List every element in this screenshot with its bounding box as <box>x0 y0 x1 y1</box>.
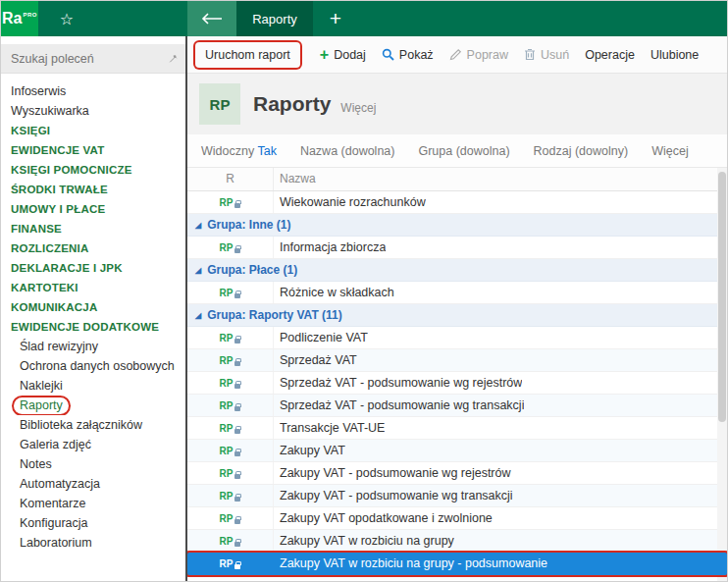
filter-more-link[interactable]: Więcej <box>651 144 689 158</box>
sidebar-item-raporty[interactable]: Raporty <box>1 396 185 415</box>
report-icon-cell: RP <box>187 462 274 484</box>
app-logo-pro-label: PRO <box>23 12 37 18</box>
sidebar-item-label: ŚRODKI TRWAŁE <box>11 184 108 195</box>
command-search-box[interactable] <box>1 44 185 74</box>
table-row-zakupy-vat-w-rozbiciu-na-grupy-podsumowanie[interactable]: RPZakupy VAT w rozbiciu na grupy - podsu… <box>187 553 727 575</box>
group-label: Grupa: Płace (1) <box>207 263 297 277</box>
sidebar-item-finanse[interactable]: FINANSE <box>1 219 185 238</box>
sidebar-item-ksiegi-pomocnicze[interactable]: KSIĘGI POMOCNICZE <box>1 160 185 180</box>
sidebar-item-automatyzacja[interactable]: Automatyzacja <box>1 474 185 494</box>
table-row-zakupy-vat-w-rozbiciu-na-grupy[interactable]: RPZakupy VAT w rozbiciu na grupy <box>187 530 727 553</box>
lock-icon <box>234 564 240 569</box>
lock-icon <box>234 542 240 547</box>
lock-icon <box>234 248 240 253</box>
table-row-informacja-zbiorcza[interactable]: RPInformacja zbiorcza <box>187 237 727 259</box>
report-icon-cell: RP <box>187 440 274 461</box>
group-row-grupa-inne-1[interactable]: ◢Grupa: Inne (1) <box>187 214 727 237</box>
sidebar-item-rozliczenia[interactable]: ROZLICZENIA <box>1 238 185 258</box>
filter-name[interactable]: Nazwa (dowolna) <box>300 144 395 158</box>
sidebar-item-srodki-trwale[interactable]: ŚRODKI TRWAŁE <box>1 180 185 199</box>
table-row-zakupy-vat-podsumowanie-wg-transakcji[interactable]: RPZakupy VAT - podsumowanie wg transakcj… <box>187 485 727 507</box>
app-logo[interactable]: Ra PRO <box>1 1 38 36</box>
sidebar-item-kartoteki[interactable]: KARTOTEKI <box>1 278 185 297</box>
title-bar: Ra PRO ☆ Raporty + <box>1 1 727 36</box>
table-row-roznice-w-skladkach[interactable]: RPRóżnice w składkach <box>187 282 727 304</box>
sidebar-item-label: Ślad rewizyjny <box>20 340 98 353</box>
table-row-sprzedaz-vat-podsumowanie-wg-rejestrow[interactable]: RPSprzedaż VAT - podsumowanie wg rejestr… <box>187 372 727 395</box>
sidebar-item-ewidencje-dodatkowe[interactable]: EWIDENCJE DODATKOWE <box>1 317 185 337</box>
table-row-podliczenie-vat[interactable]: RPPodliczenie VAT <box>187 327 727 349</box>
sidebar-item-galeria-zdjec[interactable]: Galeria zdjęć <box>1 435 185 454</box>
collapse-triangle-icon[interactable]: ◢ <box>195 266 201 275</box>
sidebar-item-wyszukiwarka[interactable]: Wyszukiwarka <box>1 101 185 121</box>
report-icon-cell: RP <box>187 395 274 416</box>
report-icon-cell: RP <box>187 485 274 506</box>
filter-bar: Widoczny Tak Nazwa (dowolna) Grupa (dowo… <box>187 134 727 168</box>
table-row-wiekowanie-rozrachunkow[interactable]: RPWiekowanie rozrachunków <box>187 191 727 214</box>
tab-raporty[interactable]: Raporty <box>236 1 313 36</box>
table-row-zakupy-vat-podsumowanie-wg-rejestrow[interactable]: RPZakupy VAT - podsumowanie wg rejestrów <box>187 462 727 485</box>
new-tab-button[interactable]: + <box>321 1 350 36</box>
header-more-link[interactable]: Więcej <box>340 101 376 115</box>
sidebar-item-konfiguracja[interactable]: Konfiguracja <box>1 513 185 533</box>
edit-button[interactable]: Popraw <box>442 43 516 67</box>
column-header-r[interactable]: R <box>187 168 274 190</box>
pin-icon[interactable] <box>169 53 178 65</box>
sidebar-item-umowy-i-place[interactable]: UMOWY I PŁACE <box>1 199 185 219</box>
sidebar-item-infoserwis[interactable]: Infoserwis <box>1 81 185 101</box>
table-row-zakupy-vat[interactable]: RPZakupy VAT <box>187 440 727 462</box>
sidebar-item-biblioteka-zalacznikow[interactable]: Biblioteka załączników <box>1 415 185 435</box>
search-input[interactable] <box>11 52 169 66</box>
table-row-sprzedaz-vat[interactable]: RPSprzedaż VAT <box>187 349 727 372</box>
module-toolbar: Uruchom raport + Dodaj Pokaż <box>187 36 727 74</box>
scrollbar-thumb[interactable] <box>718 172 726 422</box>
group-row-grupa-place-1[interactable]: ◢Grupa: Płace (1) <box>187 259 727 282</box>
sidebar-item-ksiegi[interactable]: KSIĘGI <box>1 121 185 140</box>
column-header-nazwa[interactable]: Nazwa <box>274 168 727 190</box>
sidebar-item-ewidencje-vat[interactable]: EWIDENCJE VAT <box>1 140 185 160</box>
filter-visible-label: Widoczny <box>201 144 254 158</box>
back-button[interactable] <box>187 1 236 36</box>
delete-button[interactable]: Usuń <box>516 43 577 67</box>
report-name: Informacja zbiorcza <box>274 237 386 258</box>
filter-group[interactable]: Grupa (dowolna) <box>418 144 509 158</box>
report-icon-cell: RP <box>187 327 274 348</box>
filter-visible[interactable]: Widoczny Tak <box>201 144 277 158</box>
rp-report-icon: RP <box>220 491 234 502</box>
lock-icon <box>234 474 240 479</box>
sidebar-item-komentarze[interactable]: Komentarze <box>1 494 185 513</box>
report-name: Zakupy VAT w rozbiciu na grupy - podsumo… <box>274 553 547 574</box>
report-icon-cell: RP <box>187 553 274 574</box>
report-name: Zakupy VAT <box>274 440 345 461</box>
back-arrow-icon <box>201 13 223 25</box>
group-label: Grupa: Raporty VAT (11) <box>207 308 342 322</box>
sidebar-item-label: Raporty <box>14 397 69 414</box>
vertical-scrollbar[interactable] <box>717 168 727 582</box>
sidebar-item-ochrona-danych-osobowych[interactable]: Ochrona danych osobowych <box>1 356 185 376</box>
add-button[interactable]: + Dodaj <box>312 43 374 67</box>
table-row-sprzedaz-vat-podsumowanie-wg-transakcji[interactable]: RPSprzedaż VAT - podsumowanie wg transak… <box>187 395 727 417</box>
collapse-triangle-icon[interactable]: ◢ <box>195 311 201 320</box>
run-report-button[interactable]: Uruchom raport <box>195 42 300 68</box>
sidebar-item-deklaracje-i-jpk[interactable]: DEKLARACJE I JPK <box>1 258 185 278</box>
sidebar-item-slad-rewizyjny[interactable]: Ślad rewizyjny <box>1 337 185 356</box>
sidebar-item-label: Konfiguracja <box>20 516 88 530</box>
table-row-transakcje-vat-ue[interactable]: RPTransakcje VAT-UE <box>187 417 727 440</box>
rp-report-icon: RP <box>220 378 234 389</box>
favorites-star-icon[interactable]: ☆ <box>50 1 83 36</box>
group-row-grupa-raporty-vat-11[interactable]: ◢Grupa: Raporty VAT (11) <box>187 304 727 327</box>
sidebar-item-komunikacja[interactable]: KOMUNIKACJA <box>1 297 185 317</box>
report-list: RPWiekowanie rozrachunków◢Grupa: Inne (1… <box>187 191 727 582</box>
favorites-button[interactable]: Ulubione <box>643 43 706 67</box>
filter-kind[interactable]: Rodzaj (dowolny) <box>534 144 629 158</box>
table-row-zakupy-vat-opodatkowane-i-zwolnione[interactable]: RPZakupy VAT opodatkowane i zwolnione <box>187 507 727 530</box>
operations-button[interactable]: Operacje <box>577 43 643 67</box>
show-button[interactable]: Pokaż <box>374 43 442 67</box>
sidebar-item-naklejki[interactable]: Naklejki <box>1 376 185 396</box>
collapse-triangle-icon[interactable]: ◢ <box>195 221 201 230</box>
sidebar-item-notes[interactable]: Notes <box>1 454 185 474</box>
lock-icon <box>234 519 240 524</box>
delete-label: Usuń <box>541 48 569 62</box>
sidebar-item-laboratorium[interactable]: Laboratorium <box>1 533 185 553</box>
rp-report-icon: RP <box>220 197 234 208</box>
